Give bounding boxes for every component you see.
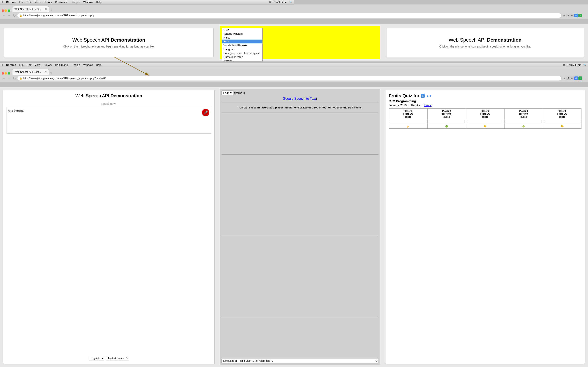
minimize-btn-top[interactable] (4, 9, 7, 12)
menu-edit[interactable]: Edit (27, 1, 31, 4)
back-btn-bottom[interactable]: ← (1, 76, 6, 80)
main-content-top: Web Speech API Demonstration Click on th… (0, 24, 294, 61)
maximize-btn-bottom[interactable] (8, 72, 10, 75)
menu-item-vocab[interactable]: Vocabulary Phrases (222, 43, 262, 47)
menu-people-2[interactable]: People (72, 63, 80, 67)
menubar-right: ⌘ Thu 9:17 pm 🔍 (269, 1, 292, 4)
tab-close-bottom[interactable]: ✕ (45, 71, 47, 73)
menu-item-cv[interactable]: Curriculum Vitae (222, 55, 262, 59)
forward-btn-bottom[interactable]: → (7, 76, 12, 80)
apple-menu[interactable]:  (2, 0, 3, 4)
panel-mid-bottom: Fruit (thanks to Google Speech to Text) … (218, 87, 294, 184)
reload-btn-bottom[interactable]: ↻ (12, 76, 17, 80)
browser-bottom: Web Speech API Dem... ✕ + ← → ↻ 🔒 https:… (0, 67, 294, 82)
menu-file[interactable]: File (19, 1, 24, 4)
new-tab-btn[interactable]: + (50, 8, 52, 12)
reload-btn-top[interactable]: ↻ (12, 14, 17, 17)
lock-icon-bottom: 🔒 (19, 77, 22, 80)
dropdown-menu-top[interactable]: Quiz Tongue Twisters Haiku Fruit Vocabul… (222, 28, 263, 61)
menu-item-tongue[interactable]: Tongue Twisters (222, 32, 262, 36)
menu-bookmarks-2[interactable]: Bookmarks (55, 63, 68, 67)
tab-close-top[interactable]: ✕ (45, 8, 47, 10)
menu-help[interactable]: Help (96, 1, 102, 4)
fruit-selector-row: Fruit (thanks to (222, 91, 294, 95)
panel-left-bottom: Web Speech API Demonstration Speak now. … (0, 87, 218, 184)
tab-bar-bottom: Web Speech API Dem... ✕ + (0, 67, 294, 75)
menu-window-2[interactable]: Window (83, 63, 93, 67)
magnify-icon[interactable]: 🔍 (289, 1, 292, 4)
address-bar-bottom[interactable]: 🔒 https://www.rjmprogramming.com.au/PHP/… (17, 76, 294, 81)
url-text-top: https://www.rjmprogramming.com.au/PHP/sp… (23, 14, 94, 17)
menu-item-hangman[interactable]: Hangman (222, 47, 262, 51)
active-tab-top[interactable]: Web Speech API Dem... ✕ (12, 6, 49, 12)
divider-2 (222, 113, 294, 113)
menubar-bottom:  Chrome File Edit View History Bookmark… (0, 63, 294, 67)
lock-icon-top: 🔒 (19, 14, 22, 17)
panel-left-top: Web Speech API Demonstration Click on th… (0, 24, 218, 61)
new-tab-btn-2[interactable]: + (50, 71, 52, 75)
demo-card-top-left: Web Speech API Demonstration Click on th… (4, 28, 214, 57)
menu-item-fruit[interactable]: Fruit (222, 40, 262, 43)
menu-history[interactable]: History (44, 1, 52, 4)
menu-view-2[interactable]: View (35, 63, 40, 67)
menubar-top:  Chrome File Edit View History Bookmark… (0, 0, 294, 4)
menu-file-2[interactable]: File (19, 63, 24, 67)
menu-item-agenda[interactable]: Agenda (222, 59, 262, 61)
google-speech-link-mid[interactable]: Google Speech to Text (283, 97, 294, 100)
menu-help-2[interactable]: Help (96, 63, 102, 67)
menu-view[interactable]: View (35, 1, 40, 4)
panel-mid-top: Quiz Tongue Twisters Haiku Fruit Vocabul… (218, 24, 294, 61)
divider-3 (222, 154, 294, 155)
menu-history-2[interactable]: History (44, 63, 52, 67)
speech-text: one banana (8, 109, 24, 112)
main-content-bottom: Web Speech API Demonstration Speak now. … (0, 87, 294, 184)
demo-card-bottom-left: Web Speech API Demonstration Speak now. … (3, 90, 215, 184)
demo-title-top-left: Web Speech API Demonstration (72, 37, 145, 43)
menu-chrome[interactable]: Chrome (6, 1, 16, 4)
wifi-icon: ⌘ (269, 1, 272, 4)
browser-top: Web Speech API Dem... ✕ + ← → ↻ 🔒 https:… (0, 4, 294, 19)
demo-subtitle-top-left: Click on the microphone icon and begin s… (63, 45, 155, 48)
tab-label-bottom: Web Speech API Dem... (15, 71, 41, 73)
menu-item-haiku[interactable]: Haiku (222, 36, 262, 40)
gray-lines-area (222, 114, 294, 184)
mid-card-bottom: Fruit (thanks to Google Speech to Text) … (220, 89, 294, 184)
instruction-text: You can say a first word as a player num… (222, 104, 294, 111)
fruit-select[interactable]: Fruit (222, 91, 233, 95)
menu-people[interactable]: People (72, 1, 80, 4)
demo-title-bottom-left: Web Speech API Demonstration (75, 93, 142, 99)
close-btn-bottom[interactable] (2, 72, 4, 75)
back-btn-top[interactable]: ← (1, 14, 6, 17)
speak-now-label: Speak now. (102, 102, 116, 105)
toolbar-bottom: ← → ↻ 🔒 https://www.rjmprogramming.com.a… (0, 75, 294, 82)
menu-window[interactable]: Window (83, 1, 93, 4)
speech-input-container: one banana 🎤 (7, 107, 211, 133)
menu-bookmarks[interactable]: Bookmarks (55, 1, 68, 4)
menu-item-survey[interactable]: Survey or LibreOffice Template (222, 51, 262, 55)
toolbar-top: ← → ↻ 🔒 https://www.rjmprogramming.com.a… (0, 12, 294, 19)
url-text-bottom: https://www.rjmprogramming.com.au/PHP/sp… (23, 77, 106, 80)
tab-label-top: Web Speech API Dem... (15, 8, 41, 11)
menu-chrome-2[interactable]: Chrome (6, 63, 16, 67)
address-bar-top[interactable]: 🔒 https://www.rjmprogramming.com.au/PHP/… (17, 13, 294, 18)
minimize-btn-bottom[interactable] (4, 72, 7, 75)
apple-menu-2[interactable]:  (2, 63, 3, 67)
maximize-btn-top[interactable] (8, 9, 10, 12)
menu-edit-2[interactable]: Edit (27, 63, 31, 67)
close-btn-top[interactable] (2, 9, 4, 12)
forward-btn-top[interactable]: → (7, 14, 12, 17)
mic-button[interactable]: 🎤 (202, 109, 209, 116)
active-tab-bottom[interactable]: Web Speech API Dem... ✕ (12, 69, 49, 75)
mid-card-top: Quiz Tongue Twisters Haiku Fruit Vocabul… (220, 26, 294, 59)
tab-bar-top: Web Speech API Dem... ✕ + (0, 4, 294, 12)
clock: Thu 9:17 pm (274, 1, 287, 4)
menu-item-quiz[interactable]: Quiz (222, 28, 262, 32)
thanks-mid: (thanks to (234, 92, 245, 94)
